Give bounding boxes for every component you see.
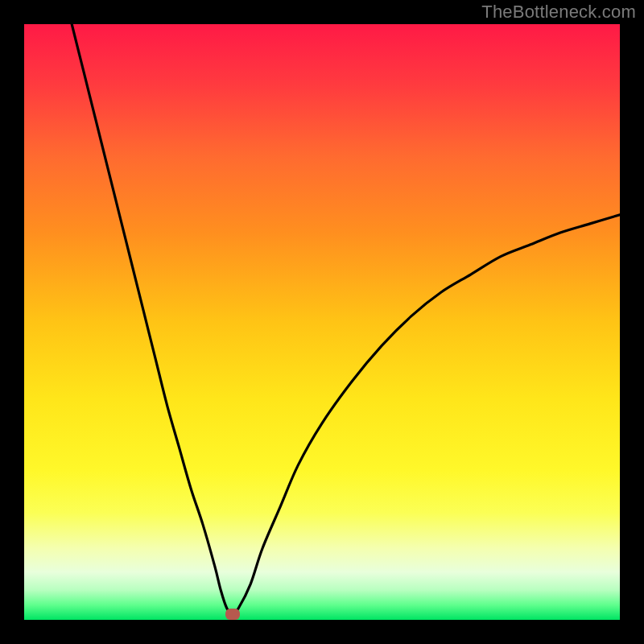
chart-frame: TheBottleneck.com: [0, 0, 644, 644]
plot-area: [24, 24, 620, 620]
watermark-text: TheBottleneck.com: [481, 2, 636, 23]
optimal-point-marker: [225, 609, 240, 620]
bottleneck-curve: [24, 24, 620, 620]
